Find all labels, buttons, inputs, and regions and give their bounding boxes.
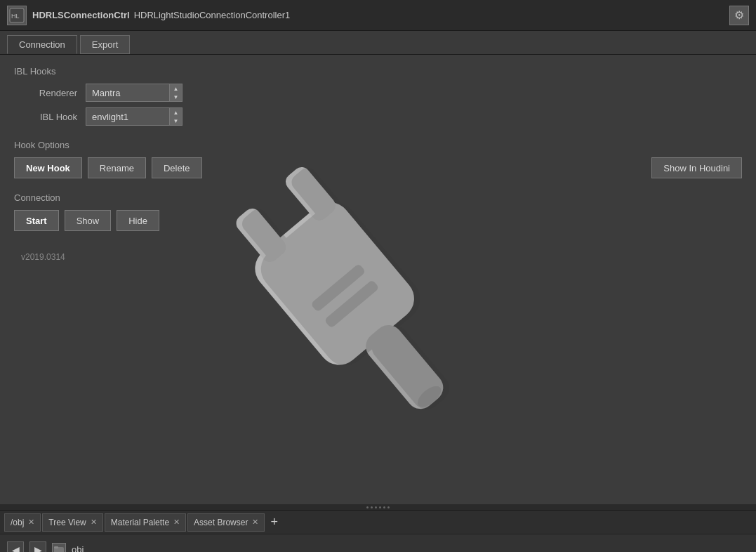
renderer-row: Renderer ▲ ▼ bbox=[14, 84, 742, 102]
folder-icon bbox=[52, 543, 66, 553]
bottom-tab-bar: /obj ✕ Tree View ✕ Material Palette ✕ As… bbox=[0, 510, 756, 534]
svg-text:HL: HL bbox=[11, 13, 20, 20]
app-name: HDRLSConnectionCtrl bbox=[32, 10, 130, 20]
rename-button[interactable]: Rename bbox=[88, 157, 146, 178]
bottom-tab-treeview-label: Tree View bbox=[48, 518, 86, 527]
renderer-up-arrow[interactable]: ▲ bbox=[170, 84, 182, 93]
ibl-hook-up-arrow[interactable]: ▲ bbox=[170, 108, 182, 117]
add-tab-button[interactable]: + bbox=[266, 515, 282, 530]
bottom-tab-treeview-close[interactable]: ✕ bbox=[91, 518, 97, 527]
svg-rect-8 bbox=[324, 280, 379, 329]
bottom-tab-assetbrowser-close[interactable]: ✕ bbox=[252, 518, 258, 527]
connection-section-label: Connection bbox=[14, 192, 742, 203]
new-hook-button[interactable]: New Hook bbox=[14, 157, 82, 178]
tab-bar: Connection Export bbox=[0, 31, 756, 55]
window-title: HDRLightStudioConnectionController1 bbox=[134, 10, 729, 20]
show-button[interactable]: Show bbox=[65, 210, 112, 231]
hide-button[interactable]: Hide bbox=[117, 210, 159, 231]
drag-dots bbox=[366, 506, 390, 508]
connection-section: Connection Start Show Hide bbox=[14, 192, 742, 231]
bottom-tab-materialpalette-close[interactable]: ✕ bbox=[173, 518, 180, 527]
connection-buttons: Start Show Hide bbox=[14, 210, 742, 231]
app-icon: HL bbox=[7, 6, 27, 25]
renderer-spinbox: ▲ ▼ bbox=[86, 84, 183, 102]
nav-back-button[interactable]: ◀ bbox=[7, 541, 24, 553]
ibl-hook-spinbox: ▲ ▼ bbox=[86, 107, 183, 126]
svg-rect-5 bbox=[360, 320, 449, 415]
bottom-tab-materialpalette-label: Material Palette bbox=[111, 518, 169, 527]
svg-rect-12 bbox=[366, 320, 454, 415]
ibl-hooks-label: IBL Hooks bbox=[14, 66, 742, 77]
nav-forward-button[interactable]: ▶ bbox=[29, 541, 46, 553]
hook-options-buttons: New Hook Rename Delete Show In Houdini bbox=[14, 157, 742, 178]
tab-connection[interactable]: Connection bbox=[7, 35, 77, 54]
renderer-down-arrow[interactable]: ▼ bbox=[170, 93, 182, 101]
bottom-tab-assetbrowser-label: Asset Browser bbox=[194, 518, 248, 527]
bottom-tab-assetbrowser[interactable]: Asset Browser ✕ bbox=[187, 513, 265, 532]
version-label: v2019.0314 bbox=[21, 252, 742, 262]
delete-button[interactable]: Delete bbox=[152, 157, 202, 178]
show-in-houdini-button[interactable]: Show In Houdini bbox=[651, 157, 742, 178]
svg-rect-7 bbox=[310, 263, 366, 313]
ibl-hook-label: IBL Hook bbox=[14, 112, 77, 122]
ibl-hooks-section: IBL Hooks Renderer ▲ ▼ IBL Hook ▲ ▼ bbox=[14, 66, 742, 126]
start-button[interactable]: Start bbox=[14, 210, 59, 231]
hook-options-label: Hook Options bbox=[14, 140, 742, 150]
ibl-hook-row: IBL Hook ▲ ▼ bbox=[14, 107, 742, 126]
ibl-hook-arrows: ▲ ▼ bbox=[170, 107, 183, 126]
renderer-label: Renderer bbox=[14, 88, 77, 98]
main-panel: IBL Hooks Renderer ▲ ▼ IBL Hook ▲ ▼ bbox=[0, 55, 756, 504]
bottom-tab-materialpalette[interactable]: Material Palette ✕ bbox=[105, 513, 186, 532]
title-bar: HL HDRLSConnectionCtrl HDRLightStudioCon… bbox=[0, 0, 756, 31]
bottom-tab-treeview[interactable]: Tree View ✕ bbox=[42, 513, 102, 532]
renderer-input[interactable] bbox=[86, 84, 170, 102]
gear-icon[interactable]: ⚙ bbox=[729, 6, 749, 25]
hook-options-section: Hook Options New Hook Rename Delete Show… bbox=[14, 140, 742, 178]
ibl-hook-input[interactable] bbox=[86, 107, 170, 126]
tab-export[interactable]: Export bbox=[80, 35, 131, 54]
renderer-arrows: ▲ ▼ bbox=[170, 84, 183, 102]
drag-handle[interactable] bbox=[0, 504, 756, 510]
bottom-pane: ◀ ▶ obj bbox=[0, 534, 756, 552]
svg-point-6 bbox=[414, 382, 444, 411]
svg-rect-14 bbox=[54, 546, 58, 548]
bottom-tab-obj[interactable]: /obj ✕ bbox=[4, 513, 41, 532]
bottom-tab-obj-label: /obj bbox=[11, 518, 24, 527]
folder-label: obj bbox=[72, 544, 84, 552]
ibl-hook-down-arrow[interactable]: ▼ bbox=[170, 117, 182, 125]
bottom-tab-obj-close[interactable]: ✕ bbox=[28, 518, 34, 527]
